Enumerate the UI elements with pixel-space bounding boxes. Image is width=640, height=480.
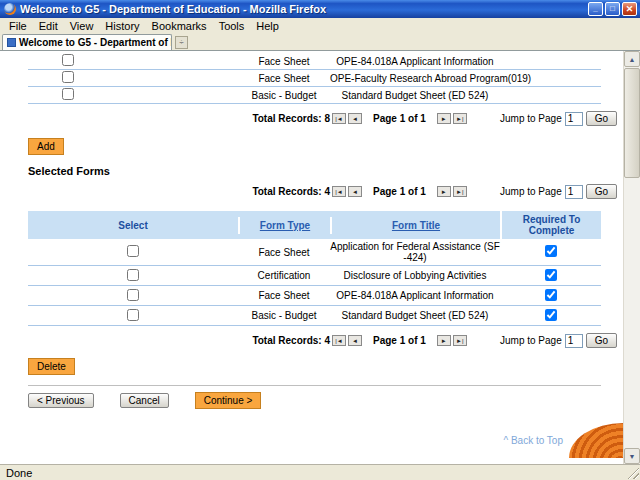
menu-tools[interactable]: Tools [213,19,251,33]
title-bar: Welcome to G5 - Department of Education … [0,0,640,18]
table-row: Basic - Budget Standard Budget Sheet (ED… [28,306,601,326]
scroll-down-arrow[interactable]: ▼ [624,448,640,464]
window-title: Welcome to G5 - Department of Education … [20,3,584,15]
total-records-label: Total Records: 4 [238,186,330,197]
next-page-button[interactable]: ► [437,186,451,197]
jump-to-page-input[interactable] [565,334,583,348]
last-page-button[interactable]: ►| [453,186,467,197]
table-row: Face Sheet Application for Federal Assis… [28,239,601,266]
content-area: Face Sheet OPE-84.018A Applicant Informa… [0,51,640,464]
last-page-button[interactable]: ►| [453,113,467,124]
form-type-cell: Face Sheet [238,56,330,67]
scrollbar-track[interactable] [624,67,640,448]
add-button[interactable]: Add [28,138,64,155]
required-checkbox[interactable] [545,245,557,257]
menu-view[interactable]: View [64,19,100,33]
select-checkbox[interactable] [127,245,139,257]
back-to-top-link[interactable]: ^ Back to Top [503,435,563,446]
delete-button[interactable]: Delete [28,358,75,375]
header-form-title[interactable]: Form Title [330,217,500,234]
jump-to-page-input[interactable] [565,185,583,199]
prev-page-button[interactable]: ◄ [348,335,362,346]
window-controls: _ □ ✕ [588,2,637,16]
status-text: Done [6,467,32,479]
scrollbar-thumb[interactable] [624,68,640,178]
menu-edit[interactable]: Edit [33,19,64,33]
go-button[interactable]: Go [586,333,617,348]
firefox-icon [4,3,16,15]
form-title-cell: OPE-Faculty Research Abroad Program(019) [330,73,500,84]
go-button[interactable]: Go [586,111,617,126]
resize-grip[interactable] [626,466,639,479]
tab-welcome-g5[interactable]: Welcome to G5 - Department of Edu... [2,34,172,50]
form-title-cell: Standard Budget Sheet (ED 524) [330,310,500,321]
go-button[interactable]: Go [586,184,617,199]
select-checkbox[interactable] [62,88,74,100]
table-row: Basic - Budget Standard Budget Sheet (ED… [28,87,601,104]
select-checkbox[interactable] [62,71,74,83]
selected-forms-pager-top: Total Records: 4 |◄ ◄ Page 1 of 1 ► ►| J… [28,184,601,199]
jump-to-page-label: Jump to Page [500,186,562,197]
continue-button[interactable]: Continue > [195,392,262,409]
form-title-cell: Standard Budget Sheet (ED 524) [330,90,500,101]
scroll-up-arrow[interactable]: ▲ [624,51,640,67]
table-header-row: Select Form Type Form Title Required To … [28,211,601,239]
select-checkbox[interactable] [127,309,139,321]
table-row: Face Sheet OPE-Faculty Research Abroad P… [28,70,601,87]
jump-to-page-input[interactable] [565,112,583,126]
header-form-type[interactable]: Form Type [238,217,330,234]
maximize-button[interactable]: □ [605,2,620,16]
tab-bar: Welcome to G5 - Department of Edu... ÷ [0,34,640,51]
table-row: Face Sheet OPE-84.018A Applicant Informa… [28,286,601,306]
page-indicator: Page 1 of 1 [364,186,435,197]
total-records-label: Total Records: 4 [238,335,330,346]
total-records-label: Total Records: 8 [238,113,330,124]
jump-to-page-label: Jump to Page [500,335,562,346]
previous-button[interactable]: < Previous [28,393,94,408]
menu-help[interactable]: Help [250,19,285,33]
footer-buttons: < Previous Cancel Continue > [28,392,601,409]
required-checkbox[interactable] [545,289,557,301]
firefox-window: Welcome to G5 - Department of Education … [0,0,640,480]
prev-page-button[interactable]: ◄ [348,113,362,124]
prev-page-button[interactable]: ◄ [348,186,362,197]
form-title-cell: OPE-84.018A Applicant Information [330,290,500,301]
table-row: Certification Disclosure of Lobbying Act… [28,266,601,286]
header-select: Select [28,217,238,234]
form-title-cell: OPE-84.018A Applicant Information [330,56,500,67]
first-page-button[interactable]: |◄ [332,186,346,197]
menu-bookmarks[interactable]: Bookmarks [146,19,213,33]
form-type-cell: Face Sheet [238,247,330,258]
last-page-button[interactable]: ►| [453,335,467,346]
next-page-button[interactable]: ► [437,113,451,124]
selected-forms-pager-bottom: Total Records: 4 |◄ ◄ Page 1 of 1 ► ►| J… [28,333,601,348]
page-indicator: Page 1 of 1 [364,335,435,346]
required-checkbox[interactable] [545,309,557,321]
available-forms-pager: Total Records: 8 |◄ ◄ Page 1 of 1 ► ►| J… [28,111,601,126]
first-page-button[interactable]: |◄ [332,113,346,124]
select-checkbox[interactable] [62,54,74,66]
page-indicator: Page 1 of 1 [364,113,435,124]
jump-to-page-label: Jump to Page [500,113,562,124]
first-page-button[interactable]: |◄ [332,335,346,346]
form-type-cell: Face Sheet [238,290,330,301]
select-checkbox[interactable] [127,269,139,281]
table-row: Face Sheet OPE-84.018A Applicant Informa… [28,53,601,70]
tab-list-button[interactable]: ÷ [175,36,188,49]
form-title-cell: Application for Federal Assistance (SF -… [330,241,500,263]
close-button[interactable]: ✕ [622,2,637,16]
form-type-cell: Certification [238,270,330,281]
form-title-cell: Disclosure of Lobbying Activities [330,270,500,281]
select-checkbox[interactable] [127,289,139,301]
form-type-cell: Face Sheet [238,73,330,84]
decorative-swoosh-graphic [569,423,623,458]
tab-title: Welcome to G5 - Department of Edu... [19,37,172,48]
menu-file[interactable]: File [3,19,33,33]
minimize-button[interactable]: _ [588,2,603,16]
menu-history[interactable]: History [99,19,145,33]
vertical-scrollbar[interactable]: ▲ ▼ [623,51,640,464]
cancel-button[interactable]: Cancel [120,393,169,408]
form-type-cell: Basic - Budget [238,90,330,101]
next-page-button[interactable]: ► [437,335,451,346]
required-checkbox[interactable] [545,269,557,281]
